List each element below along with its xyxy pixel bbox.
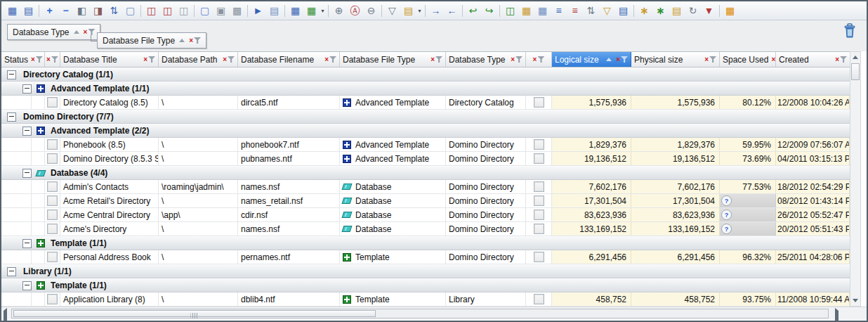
filter-icon[interactable]: × [189, 37, 201, 44]
subgroup-row-template[interactable]: Template (1/1) [1, 278, 850, 292]
table-row[interactable]: Domino Directory (8.5.3 S \ pubnames.ntf… [1, 152, 850, 166]
collapse-icon[interactable] [22, 84, 32, 94]
row-checkbox[interactable] [47, 139, 58, 150]
add-icon[interactable]: + [41, 4, 58, 18]
table-edit-icon[interactable]: ▦ [518, 4, 534, 18]
import-icon[interactable]: ↩ [465, 4, 481, 18]
collapse-icon[interactable] [7, 70, 16, 79]
find-text-icon[interactable]: Ⓐ [347, 4, 363, 18]
paste-icon[interactable]: ▩ [229, 4, 245, 18]
collapse-icon[interactable] [22, 127, 32, 136]
group-rows-icon[interactable]: ≡ [551, 4, 567, 18]
question-icon[interactable]: ? [721, 224, 732, 234]
column-header-created[interactable]: Created × [776, 52, 850, 67]
row-checkbox[interactable] [47, 97, 58, 108]
add-note-icon[interactable]: ▤ [400, 4, 416, 18]
filter-icon[interactable]: × [511, 56, 522, 63]
question-icon[interactable]: ? [721, 210, 732, 220]
subgroup-row-advanced-template[interactable]: Advanced Template (2/2) [1, 124, 850, 138]
filter-view-icon[interactable]: ▽ [599, 4, 615, 18]
horizontal-scrollbar[interactable] [1, 307, 867, 320]
column-header-database-filename[interactable]: Database Filename × [238, 52, 340, 67]
filter-icon[interactable]: × [533, 56, 545, 63]
table-row[interactable]: Directory Catalog (8.5) \ dircat5.ntf Ad… [1, 96, 850, 110]
copy-icon[interactable]: ▣ [213, 4, 229, 18]
zoom-in-icon[interactable]: ⊕ [331, 4, 347, 18]
row-checkbox[interactable] [47, 195, 58, 206]
outdent-cell-icon[interactable]: ◨ [90, 4, 106, 18]
select-region-icon[interactable]: ▢ [122, 4, 138, 18]
next-page-icon[interactable]: → [428, 4, 444, 18]
filter-icon[interactable]: × [46, 56, 58, 63]
subgroup-row-database[interactable]: Database (4/4) [1, 166, 850, 180]
indent-cell-icon[interactable]: ◧ [74, 4, 90, 18]
table-row[interactable]: Admin's Contacts \roaming\jadmin\ names.… [1, 180, 850, 194]
filter-icon[interactable]: × [31, 56, 43, 63]
dropdown-caret-icon[interactable]: ▾ [320, 4, 326, 18]
group-chip-database-file-type[interactable]: Database File Type × [97, 32, 206, 49]
row-checkbox[interactable] [534, 210, 544, 220]
table-row[interactable]: Application Library (8) \ dblib4.ntf Tem… [1, 292, 850, 307]
horizontal-scrollbar-thumb[interactable] [13, 310, 376, 317]
insert-column-left-icon[interactable]: ◫ [143, 4, 159, 18]
collapse-icon[interactable] [22, 239, 32, 248]
row-checkbox[interactable] [534, 294, 544, 304]
column-header-checkbox[interactable]: × [526, 52, 552, 67]
split-columns-icon[interactable]: ◫ [502, 4, 518, 18]
table-settings-icon[interactable]: ▦ [4, 4, 20, 18]
filter-icon[interactable]: × [616, 56, 628, 63]
group-options-icon[interactable]: ≡ [567, 4, 583, 18]
table-row[interactable]: Personal Address Book \ pernames.ntf Tem… [1, 250, 850, 264]
column-header-database-path[interactable]: Database Path × [159, 52, 238, 67]
row-checkbox[interactable] [47, 153, 58, 164]
pin-icon[interactable]: ▼ [701, 4, 717, 18]
insert-column-right-icon[interactable]: ◫ [159, 4, 176, 18]
table-row[interactable]: Acme's Directory \ names.nsf Database Do… [1, 222, 850, 236]
collapse-icon[interactable] [22, 169, 32, 178]
row-checkbox[interactable] [534, 153, 544, 164]
row-checkbox[interactable] [534, 97, 544, 108]
collapse-icon[interactable] [22, 281, 32, 290]
zoom-out-icon[interactable]: ⊖ [363, 4, 379, 18]
collapse-icon[interactable] [7, 112, 16, 122]
column-header-physical-size[interactable]: Physical size × [631, 52, 720, 67]
filter-icon[interactable]: × [430, 56, 442, 63]
apply-gear-icon[interactable]: ∗ [652, 4, 669, 18]
row-checkbox[interactable] [47, 224, 58, 234]
filter-icon[interactable]: × [835, 56, 847, 63]
selection-icon[interactable]: ▢ [197, 4, 213, 18]
reorder-rows-icon[interactable]: ⇅ [106, 4, 122, 18]
grid-window-icon[interactable]: ▦ [287, 4, 303, 18]
prev-page-icon[interactable]: ← [444, 4, 460, 18]
export-icon[interactable]: ↪ [481, 4, 497, 18]
group-chip-database-type[interactable]: Database Type × [7, 24, 100, 40]
subgroup-row-advanced-template[interactable]: Advanced Template (1/1) [1, 82, 850, 96]
row-checkbox[interactable] [47, 181, 58, 192]
filter-icon[interactable]: × [324, 56, 336, 63]
folder-settings-icon[interactable]: ▤ [669, 4, 685, 18]
vertical-scrollbar-thumb[interactable] [851, 63, 860, 80]
collapse-icon[interactable] [7, 267, 16, 276]
page-settings-icon[interactable]: ▤ [266, 4, 282, 18]
filter-icon[interactable]: × [143, 56, 155, 63]
row-checkbox[interactable] [534, 224, 544, 234]
question-icon[interactable]: ? [721, 195, 732, 206]
scroll-up-button[interactable] [850, 52, 860, 63]
table-properties-icon[interactable]: ▤ [20, 4, 37, 18]
scroll-left-button[interactable] [4, 311, 7, 322]
new-window-icon[interactable]: ▦ [534, 4, 551, 18]
scroll-down-button[interactable] [850, 295, 860, 306]
row-checkbox[interactable] [47, 210, 58, 220]
list-view-icon[interactable]: ▤ [615, 4, 631, 18]
filter-icon[interactable]: × [223, 56, 235, 63]
filter-icon[interactable]: × [84, 29, 96, 36]
table-row[interactable]: Acme Central Directory \app\ cdir.nsf Da… [1, 208, 850, 222]
column-header-icon[interactable]: × [45, 52, 60, 67]
swap-rows-icon[interactable]: ⇅ [583, 4, 599, 18]
filter-icon[interactable]: × [704, 56, 716, 63]
row-checkbox[interactable] [534, 139, 544, 150]
table-row[interactable]: Phonebook (8.5) \ phonebook7.ntf Advance… [1, 138, 850, 152]
row-checkbox[interactable] [534, 181, 544, 192]
column-header-database-title[interactable]: Database Title × [60, 52, 159, 67]
row-checkbox[interactable] [534, 252, 544, 262]
